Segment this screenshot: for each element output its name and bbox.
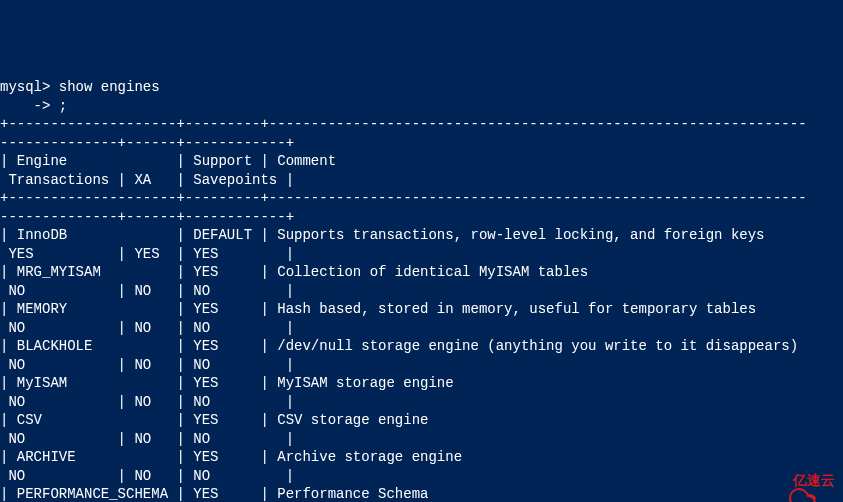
terminal-output: mysql> show engines -> ; +--------------… — [0, 78, 843, 502]
divider-mid-1: +--------------------+---------+--------… — [0, 190, 807, 206]
engine-row-0-line2: YES | YES | YES | — [0, 246, 294, 262]
engine-row-5-line2: NO | NO | NO | — [0, 431, 294, 447]
prompt-line1: mysql> show engines — [0, 79, 160, 95]
header-line2: Transactions | XA | Savepoints | — [0, 172, 294, 188]
engine-row-3-line2: NO | NO | NO | — [0, 357, 294, 373]
engine-row-7-line1: | PERFORMANCE_SCHEMA | YES | Performance… — [0, 486, 807, 502]
engine-row-6-line2: NO | NO | NO | — [0, 468, 294, 484]
engine-row-2-line1: | MEMORY | YES | Hash based, stored in m… — [0, 301, 807, 317]
watermark: 亿速云 — [753, 466, 835, 494]
header-line1: | Engine | Support | Comment — [0, 153, 807, 169]
engine-row-4-line2: NO | NO | NO | — [0, 394, 294, 410]
engine-row-2-line2: NO | NO | NO | — [0, 320, 294, 336]
engine-row-0-line1: | InnoDB | DEFAULT | Supports transactio… — [0, 227, 807, 243]
engine-row-4-line1: | MyISAM | YES | MyISAM storage engine — [0, 375, 807, 391]
engine-row-5-line1: | CSV | YES | CSV storage engine — [0, 412, 807, 428]
engine-row-1-line1: | MRG_MYISAM | YES | Collection of ident… — [0, 264, 807, 280]
engine-row-3-line1: | BLACKHOLE | YES | /dev/null storage en… — [0, 338, 807, 354]
divider-mid-2: --------------+------+------------+ — [0, 209, 294, 225]
engine-row-6-line1: | ARCHIVE | YES | Archive storage engine — [0, 449, 807, 465]
divider-top-1: +--------------------+---------+--------… — [0, 116, 807, 132]
engine-row-1-line2: NO | NO | NO | — [0, 283, 294, 299]
divider-top-2: --------------+------+------------+ — [0, 135, 294, 151]
prompt-line2: -> ; — [0, 98, 67, 114]
cloud-logo-icon — [753, 466, 789, 494]
